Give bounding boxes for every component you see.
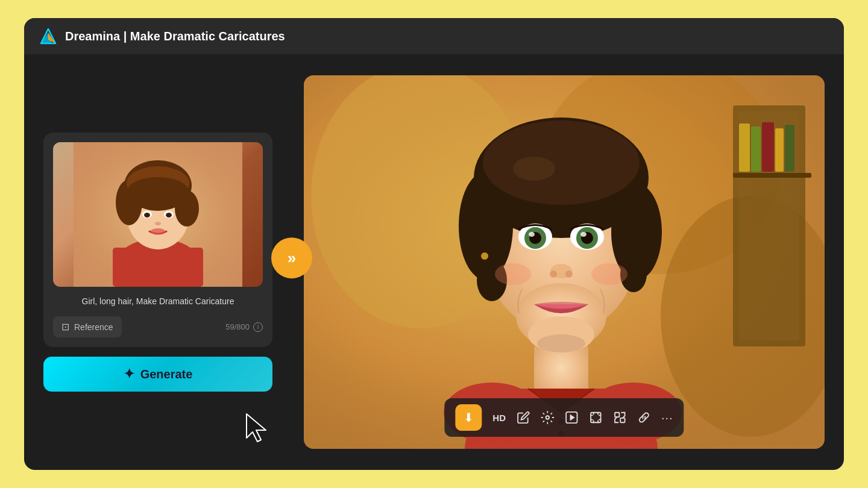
image-toolbar: ⬇ HD bbox=[444, 398, 684, 437]
svg-point-57 bbox=[580, 232, 587, 237]
char-count-value: 59/800 bbox=[225, 322, 250, 331]
app-window: Dreamina | Make Dramatic Caricatures bbox=[24, 18, 844, 470]
dreamina-logo-icon bbox=[39, 27, 58, 46]
caricature-image bbox=[304, 75, 825, 449]
svg-point-62 bbox=[591, 263, 627, 285]
hd-button[interactable]: HD bbox=[492, 413, 506, 423]
download-button[interactable]: ⬇ bbox=[455, 404, 482, 431]
svg-rect-29 bbox=[762, 122, 774, 172]
play-icon bbox=[565, 411, 578, 424]
generate-label: Generate bbox=[140, 368, 193, 381]
svg-point-13 bbox=[128, 177, 188, 204]
reference-icon: ⊡ bbox=[61, 321, 69, 333]
more-button[interactable]: ··· bbox=[661, 411, 673, 425]
bandage-icon bbox=[637, 411, 650, 424]
info-icon[interactable]: i bbox=[253, 322, 263, 332]
svg-point-60 bbox=[565, 271, 573, 278]
generated-image-panel: ⬇ HD bbox=[304, 75, 825, 449]
reference-button[interactable]: ⊡ Reference bbox=[53, 316, 122, 337]
svg-rect-71 bbox=[620, 418, 624, 422]
svg-rect-32 bbox=[733, 173, 811, 178]
svg-marker-68 bbox=[570, 415, 574, 419]
svg-point-63 bbox=[481, 252, 488, 260]
svg-point-61 bbox=[495, 263, 531, 285]
bandage-button[interactable] bbox=[637, 411, 650, 424]
svg-rect-7 bbox=[113, 248, 203, 287]
svg-rect-27 bbox=[739, 124, 750, 172]
transform-button[interactable] bbox=[613, 411, 626, 424]
transform-icon bbox=[613, 411, 626, 424]
photo-preview bbox=[53, 142, 263, 287]
svg-point-16 bbox=[144, 213, 150, 217]
svg-rect-30 bbox=[775, 128, 784, 172]
input-card: Girl, long hair, Make Dramatic Caricatur… bbox=[43, 133, 272, 347]
mouse-cursor bbox=[244, 413, 268, 443]
edit-pen-button[interactable] bbox=[517, 411, 530, 424]
title-bar: Dreamina | Make Dramatic Caricatures bbox=[24, 18, 844, 54]
svg-point-65 bbox=[537, 334, 585, 352]
svg-rect-28 bbox=[751, 127, 761, 172]
expand-icon bbox=[589, 411, 602, 424]
prompt-text: Girl, long hair, Make Dramatic Caricatur… bbox=[53, 295, 263, 308]
svg-point-18 bbox=[155, 222, 161, 225]
reference-label: Reference bbox=[74, 322, 113, 332]
more-icon: ··· bbox=[661, 411, 673, 425]
svg-rect-72 bbox=[638, 412, 649, 423]
transform-arrow-button[interactable]: » bbox=[271, 237, 312, 278]
svg-point-46 bbox=[483, 120, 640, 205]
magic-icon bbox=[541, 411, 554, 424]
expand-button[interactable] bbox=[589, 411, 602, 424]
bottom-controls: ⊡ Reference 59/800 i bbox=[53, 316, 263, 337]
app-title: Dreamina | Make Dramatic Caricatures bbox=[65, 30, 285, 43]
generate-button[interactable]: ✦ Generate bbox=[43, 357, 272, 392]
download-icon: ⬇ bbox=[464, 410, 474, 425]
generate-sparkle-icon: ✦ bbox=[124, 366, 134, 382]
svg-point-66 bbox=[546, 416, 549, 419]
svg-point-59 bbox=[550, 271, 557, 278]
reference-photo bbox=[53, 142, 263, 287]
svg-point-56 bbox=[529, 232, 535, 237]
svg-rect-69 bbox=[591, 413, 601, 423]
svg-point-19 bbox=[151, 228, 165, 234]
svg-rect-70 bbox=[615, 413, 619, 417]
double-arrow-icon: » bbox=[288, 249, 296, 267]
char-count: 59/800 i bbox=[225, 322, 263, 332]
svg-point-17 bbox=[166, 213, 172, 217]
edit-pen-icon bbox=[517, 411, 530, 424]
play-button[interactable] bbox=[565, 411, 578, 424]
svg-point-47 bbox=[513, 157, 555, 181]
svg-marker-75 bbox=[247, 414, 266, 442]
svg-rect-31 bbox=[785, 125, 794, 172]
main-content: Girl, long hair, Make Dramatic Caricatur… bbox=[24, 54, 844, 470]
left-panel: Girl, long hair, Make Dramatic Caricatur… bbox=[43, 133, 272, 392]
magic-button[interactable] bbox=[541, 411, 554, 424]
